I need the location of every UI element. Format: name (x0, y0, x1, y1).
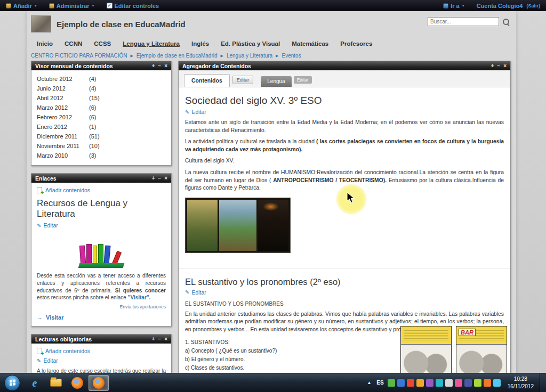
edit-controls-toggle[interactable]: ✓ Editar controles (101, 0, 165, 11)
edit-link[interactable]: ✎ Editar (185, 289, 504, 296)
nav-tab-ed-plastica[interactable]: Ed. Plástica y Visual (215, 38, 286, 49)
description-bold-text: Si quieres conocer (115, 288, 166, 293)
nav-tab-ccnn[interactable]: CCNN (59, 38, 88, 49)
tray-icon[interactable] (426, 379, 433, 387)
nav-tab-profesores[interactable]: Profesores (334, 38, 378, 49)
month-link[interactable]: Marzo 2010(3) (31, 151, 171, 160)
article-subtitle: EL SUSTANTIVO Y LOS PRONOMBRES (185, 301, 504, 307)
month-link[interactable]: Marzo 2012(6) (31, 103, 171, 112)
nav-tab-ingles[interactable]: Inglés (186, 38, 215, 49)
portlet-close-icon[interactable]: × (164, 337, 167, 342)
tray-icon[interactable] (493, 379, 501, 387)
tray-icon[interactable] (464, 379, 472, 387)
portlet-close-icon[interactable]: × (164, 176, 167, 181)
show-desktop-button[interactable] (540, 373, 546, 392)
nav-tab-lengua-y-literatura[interactable]: Lengua y Literatura (117, 38, 186, 49)
triptych-right-panel (258, 200, 288, 251)
title-suffix: (2º eso) (308, 277, 341, 287)
month-link[interactable]: Febrero 2012(6) (31, 112, 171, 122)
portlet-config-icon[interactable]: + (151, 63, 155, 69)
sign-out-link[interactable]: (Salir) (526, 3, 540, 9)
month-link[interactable]: Junio 2012(4) (31, 84, 171, 93)
month-count: (4) (89, 85, 96, 92)
folder-icon (50, 379, 62, 387)
nav-tab-ccss[interactable]: CCSS (88, 38, 117, 49)
taskbar-explorer-icon[interactable] (46, 375, 66, 391)
site-header: Ejemplo de clase en EducaMadrid (31, 14, 514, 36)
pencil-icon: ✎ (185, 289, 189, 295)
tray-icon[interactable] (397, 379, 405, 387)
portlet-minimize-icon[interactable]: − (158, 63, 161, 69)
month-link[interactable]: Diciembre 2011(51) (31, 132, 171, 141)
edit-tab-button-small[interactable]: Editar (294, 76, 312, 84)
nav-tab-matematicas[interactable]: Matemáticas (286, 38, 334, 49)
breadcrumb-item[interactable]: Lengua y Literatura (227, 53, 272, 59)
breadcrumb-item[interactable]: CENTRO FICTICIO PARA FORMACIÓN (31, 53, 127, 59)
breadcrumb-item[interactable]: Eventos (282, 53, 301, 59)
admin-bar: Añadir ▼ Administrar ▼ ✓ Editar controle… (0, 0, 546, 11)
manage-menu[interactable]: Administrar ▼ (43, 0, 101, 11)
month-label: Enero 2012 (37, 124, 89, 130)
show-hidden-icons-button[interactable]: ▲ (365, 380, 373, 385)
language-indicator[interactable]: ES (375, 380, 385, 386)
add-content-link[interactable]: Añadir contenidos (37, 348, 166, 354)
month-label: Diciembre 2011 (37, 133, 89, 140)
add-content-link[interactable]: Añadir contenidos (37, 187, 166, 193)
search-icon[interactable] (502, 18, 510, 26)
tray-icon[interactable] (388, 379, 395, 387)
month-count: (6) (89, 104, 96, 111)
account-menu[interactable]: Cuenta Colegio4 (Salir) (471, 3, 546, 9)
tray-icon[interactable] (416, 379, 424, 387)
tab-contenidos[interactable]: Contenidos (184, 74, 230, 87)
month-link[interactable]: Abril 2012(15) (31, 93, 171, 103)
tray-icon[interactable] (474, 379, 481, 387)
title-text: EL sustantivo y los pronombres (185, 277, 308, 287)
tray-icon[interactable] (455, 379, 462, 387)
portlet-close-icon[interactable]: × (503, 63, 507, 69)
visitar-inline-ref: "Visitar". (128, 295, 151, 300)
add-menu[interactable]: Añadir ▼ (0, 0, 43, 11)
edit-link[interactable]: ✎ Editar (37, 222, 166, 228)
tray-icon[interactable] (407, 379, 414, 387)
start-button[interactable] (4, 375, 20, 391)
breadcrumb-item[interactable]: Ejemplo de clase en EducaMadrid (136, 53, 218, 59)
month-label: Noviembre 2011 (37, 143, 89, 149)
contribute-link[interactable]: Envía tus aportaciones (37, 304, 166, 309)
visit-link[interactable]: → Visitar (37, 314, 166, 321)
month-link[interactable]: Octubre 2012(4) (31, 74, 171, 84)
taskbar-clock[interactable]: 10:28 16/11/2012 (503, 375, 539, 390)
portlet-minimize-icon[interactable]: − (497, 63, 500, 69)
portlet-enlaces: Enlaces + − × Añadir contenidos Recursos… (31, 173, 172, 326)
tray-icon[interactable] (484, 379, 491, 387)
nav-tab-inicio[interactable]: Inicio (31, 38, 59, 49)
checkbox-checked-icon: ✓ (107, 3, 113, 9)
sidebar: Visor mensual de contenidos + − × Octubr… (31, 61, 172, 392)
tray-icon[interactable] (436, 379, 443, 387)
portlet-minimize-icon[interactable]: − (158, 176, 161, 181)
edit-link[interactable]: ✎ Editar (37, 357, 166, 364)
month-label: Marzo 2012 (37, 104, 89, 111)
month-link[interactable]: Noviembre 2011(10) (31, 141, 171, 151)
search-input[interactable] (428, 17, 499, 26)
bosch-painting-image (185, 198, 291, 253)
tab-lengua[interactable]: Lengua (261, 76, 291, 87)
tray-icon[interactable] (445, 379, 453, 387)
clock-date: 16/11/2012 (508, 383, 534, 390)
system-tray: ▲ ES 10:28 16/11/2012 (365, 375, 540, 390)
portlet-config-icon[interactable]: + (151, 337, 155, 342)
portlet-config-icon[interactable]: + (491, 63, 494, 69)
taskbar-firefox-icon[interactable] (67, 375, 87, 391)
comic-image-1 (400, 326, 452, 378)
edit-link[interactable]: ✎ Editar (185, 109, 504, 115)
portlet-title: Lecturas obligatorias (35, 336, 92, 342)
month-label: Marzo 2010 (37, 152, 89, 159)
months-list: Octubre 2012(4) Junio 2012(4) Abril 2012… (31, 70, 171, 165)
go-to-menu[interactable]: Ir a ▼ (437, 3, 470, 9)
month-link[interactable]: Enero 2012(1) (31, 122, 171, 132)
edit-tab-button[interactable]: Editar (232, 76, 254, 84)
taskbar-ie-icon[interactable]: e (25, 375, 45, 391)
portlet-close-icon[interactable]: × (164, 63, 167, 69)
taskbar-firefox-active-icon[interactable] (89, 375, 109, 391)
portlet-minimize-icon[interactable]: − (158, 337, 161, 342)
portlet-config-icon[interactable]: + (151, 176, 155, 181)
